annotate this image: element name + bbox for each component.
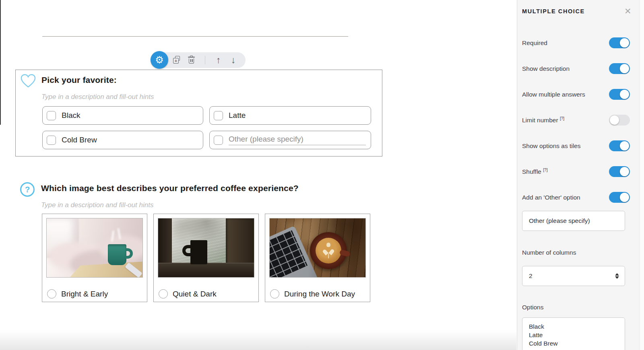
radio-icon[interactable]	[270, 289, 279, 299]
checkbox-icon[interactable]	[47, 136, 56, 145]
toggle-shuffle[interactable]	[609, 166, 630, 177]
radio-icon[interactable]	[159, 289, 168, 299]
photo-morning-mug	[46, 218, 143, 278]
help-marker[interactable]: [?]	[560, 116, 564, 121]
toolbar-divider	[205, 56, 205, 64]
options-list-item[interactable]: Cold Brew	[529, 339, 625, 348]
question-card-multiple-choice[interactable]: Pick your favorite: Type in a descriptio…	[15, 70, 382, 156]
sidebar-scrollbar[interactable]	[640, 0, 644, 350]
setting-label: Add an 'Other' option	[522, 194, 580, 201]
option-label: Cold Brew	[62, 136, 97, 144]
option-tile-other[interactable]: Other (please specify)	[209, 131, 371, 149]
stepper-icon	[615, 273, 619, 279]
setting-label: Allow multiple answers	[522, 91, 585, 98]
form-canvas: ⚙ + ↑ ↓ Pick your favorite: Type in a de…	[0, 0, 516, 350]
setting-label: Show description	[522, 65, 570, 72]
question-description-placeholder[interactable]: Type in a description and fill-out hints	[41, 201, 153, 209]
panel-title: MULTIPLE CHOICE	[522, 8, 585, 14]
question-picture-choice[interactable]: ? Which image best describes your prefer…	[15, 177, 382, 310]
question-title[interactable]: Pick your favorite:	[41, 75, 117, 85]
setting-row-show-description: Show description	[522, 63, 630, 74]
image-option-work-day[interactable]: During the Work Day	[265, 214, 370, 302]
heart-icon	[20, 74, 36, 89]
help-marker[interactable]: [?]	[543, 168, 547, 172]
option-tile-black[interactable]: Black	[42, 106, 203, 125]
question-title[interactable]: Which image best describes your preferre…	[41, 183, 299, 193]
setting-row-allow-multiple: Allow multiple answers	[522, 89, 630, 100]
other-option-text-input[interactable]	[522, 211, 625, 231]
duplicate-button[interactable]: +	[173, 56, 181, 64]
gear-icon: ⚙	[155, 54, 164, 66]
option-tile-latte[interactable]: Latte	[209, 106, 371, 125]
options-list-item[interactable]: Latte	[529, 331, 625, 339]
columns-select[interactable]: 2	[522, 266, 625, 286]
options-list-item[interactable]: Black	[529, 322, 625, 331]
setting-label: Shuffle	[522, 168, 541, 175]
canvas-bottom-fade	[0, 331, 516, 350]
options-label: Options	[522, 304, 543, 311]
columns-label: Number of columns	[522, 249, 576, 256]
setting-row-options-as-tiles: Show options as tiles	[522, 140, 630, 151]
setting-row-required: Required	[522, 37, 630, 48]
setting-row-other-option: Add an 'Other' option	[522, 192, 630, 203]
setting-label: Required	[522, 39, 547, 47]
settings-panel: MULTIPLE CHOICE ✕ Required Show descript…	[517, 0, 644, 350]
duplicate-plus-icon: +	[173, 58, 179, 64]
image-option-label: Quiet & Dark	[173, 290, 217, 299]
move-down-button[interactable]: ↓	[231, 56, 236, 65]
image-option-label: During the Work Day	[284, 290, 355, 299]
setting-label: Limit number	[522, 117, 558, 124]
settings-button[interactable]: ⚙	[151, 51, 168, 69]
delete-button[interactable]	[188, 56, 195, 64]
toggle-limit-number[interactable]	[609, 115, 630, 126]
close-icon[interactable]: ✕	[624, 6, 632, 16]
option-label: Black	[62, 111, 80, 120]
setting-row-limit-number: Limit number [?]	[522, 115, 630, 126]
move-up-button[interactable]: ↑	[216, 56, 221, 65]
option-tile-cold-brew[interactable]: Cold Brew	[42, 131, 203, 149]
setting-label: Show options as tiles	[522, 142, 581, 150]
toggle-show-description[interactable]	[609, 63, 630, 74]
image-option-bright-early[interactable]: Bright & Early	[42, 214, 147, 302]
left-edge-strip	[0, 0, 1, 125]
photo-rainy-window	[158, 218, 254, 278]
setting-row-shuffle: Shuffle [?]	[522, 166, 630, 177]
checkbox-icon[interactable]	[214, 111, 223, 120]
option-label: Latte	[229, 111, 246, 120]
question-description-placeholder[interactable]: Type in a description and fill-out hints	[41, 93, 154, 101]
toggle-other-option[interactable]	[609, 192, 630, 203]
question-mark-icon: ?	[20, 182, 35, 197]
other-option-input[interactable]: Other (please specify)	[229, 135, 366, 145]
checkbox-icon[interactable]	[47, 111, 56, 120]
toggle-allow-multiple[interactable]	[609, 89, 630, 100]
image-option-label: Bright & Early	[61, 290, 108, 299]
toggle-required[interactable]	[609, 37, 630, 48]
radio-icon[interactable]	[47, 289, 56, 299]
image-option-quiet-dark[interactable]: Quiet & Dark	[153, 214, 259, 302]
previous-question-input-line	[42, 36, 348, 37]
toggle-options-as-tiles[interactable]	[609, 140, 630, 151]
checkbox-icon[interactable]	[214, 136, 223, 145]
options-listbox[interactable]: Black Latte Cold Brew	[522, 317, 625, 350]
photo-latte-laptop	[269, 218, 366, 278]
columns-select-value: 2	[529, 272, 533, 280]
